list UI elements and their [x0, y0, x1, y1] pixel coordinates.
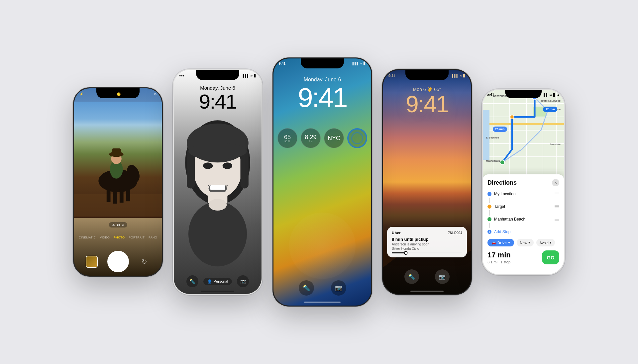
color-date: Monday, June 6: [273, 77, 371, 83]
drive-button[interactable]: 🚗 Drive ▾: [487, 239, 514, 246]
stop-dot-add: +: [487, 230, 491, 234]
sunset-time: 9:41: [383, 93, 471, 116]
signal-icon: ▌▌▌: [353, 62, 359, 65]
phone-sunset-lock: 9:41 ▌▌▌ ≋ ▊ Mon 6 ☀️ 65° 9:41 Uber 7NLR…: [382, 69, 472, 295]
stop-label-3: Manhattan Beach: [494, 217, 552, 222]
maps-signal-icon: ▌▌: [544, 93, 548, 97]
color-flashlight-icon[interactable]: 🔦: [299, 280, 314, 296]
phone-color-lock: 9:41 ▌▌▌ ≋ ▊ Monday, June 6 9:41 65 55 7…: [272, 57, 372, 307]
flip-camera-icon[interactable]: ↻: [139, 256, 151, 268]
color-widgets: 65 55 72 8:29 PM NYC: [273, 128, 371, 148]
mode-portrait[interactable]: PORTRAIT: [129, 236, 145, 239]
zoom-1x[interactable]: 1x: [117, 223, 120, 227]
maps-location-icon: ▲: [557, 93, 560, 97]
widget-loc-main: NYC: [328, 135, 340, 141]
bw-status-bar: ●●● ▌▌▌ ≋ ▊: [179, 74, 256, 77]
svg-rect-5: [126, 189, 130, 201]
color-camera-icon[interactable]: 📷: [331, 280, 346, 296]
wifi-icon: ≋: [250, 74, 253, 77]
phone-maps: 12 min 20 min WESTCHESTER Hawthorne El S…: [482, 89, 565, 275]
route-svg: [483, 90, 564, 176]
bw-home-indicator: [201, 291, 234, 292]
stop-dot-blue: [487, 192, 491, 196]
widget-temperature: 65 55 72: [277, 128, 297, 148]
svg-point-17: [203, 162, 213, 169]
bw-signal: ●●●: [179, 74, 184, 77]
directions-panel: Directions ✕ My Location Ta: [483, 174, 564, 274]
stop-add[interactable]: + Add Stop: [487, 228, 559, 235]
widget-ring: [347, 128, 367, 148]
avoid-button[interactable]: Avoid ▾: [536, 239, 555, 246]
drive-label: Drive: [497, 241, 507, 245]
uber-logo: Uber: [392, 231, 401, 235]
maps-clock: 9:41: [487, 93, 494, 97]
now-button[interactable]: Now ▾: [517, 239, 534, 246]
stop-item-1: My Location: [487, 190, 559, 203]
battery-icon-color: ▊: [364, 62, 366, 65]
sunset-status-bar: 9:41 ▌▌▌ ≋ ▊: [388, 74, 466, 78]
zoom-controls[interactable]: .5 1x 3: [109, 222, 127, 228]
bw-profile-selector[interactable]: 👤 Personal: [203, 278, 232, 285]
widget-ring-inner: [351, 132, 363, 144]
svg-rect-4: [120, 189, 124, 203]
go-button[interactable]: GO: [542, 250, 559, 264]
chevron-now-icon: ▾: [528, 240, 530, 245]
eta-detail: 3.1 mi · 1 stop: [487, 260, 511, 264]
uber-car-info: Silver Honda Civic: [392, 247, 462, 250]
stop-handle-3[interactable]: [555, 218, 559, 221]
bw-flashlight-icon[interactable]: 🔦: [186, 275, 198, 287]
widget-time-sub: PM: [309, 140, 313, 142]
sunset-battery-icon: ▊: [463, 74, 466, 78]
svg-point-18: [223, 162, 232, 169]
maps-status-icons: ▌▌ ≋ ▊ ▲: [544, 93, 560, 97]
mode-cinematic[interactable]: CINEMATIC: [79, 236, 96, 239]
svg-rect-2: [107, 189, 111, 202]
svg-rect-0: [74, 194, 162, 217]
map-area[interactable]: 12 min 20 min WESTCHESTER Hawthorne El S…: [483, 90, 564, 176]
wifi-icon-color: ≋: [360, 62, 363, 65]
eta-info: 17 min 3.1 mi · 1 stop: [487, 251, 511, 264]
thumbnail-preview[interactable]: [86, 256, 98, 268]
uber-header: Uber 7NLR004: [392, 231, 462, 235]
sunset-wifi-icon: ≋: [460, 74, 462, 78]
stop-handle-2[interactable]: [555, 205, 559, 208]
shutter-button[interactable]: [107, 251, 129, 272]
sunset-flashlight-icon[interactable]: 🔦: [404, 269, 419, 284]
color-screen: 9:41 ▌▌▌ ≋ ▊ Monday, June 6 9:41 65 55 7…: [273, 58, 371, 306]
chevron-down-icon: ▾: [508, 240, 510, 245]
directions-eta: 17 min 3.1 mi · 1 stop GO: [487, 250, 559, 264]
phone-camera: ⚡ 🙂 ⊙ SHARED LIBRARY: [73, 87, 163, 277]
maps-status-bar: 9:41 ▌▌ ≋ ▊ ▲: [487, 93, 560, 97]
mode-pano[interactable]: PANO: [149, 236, 157, 239]
camera-modes: CINEMATIC VIDEO PHOTO PORTRAIT PANO: [74, 236, 162, 239]
sunset-screen: 9:41 ▌▌▌ ≋ ▊ Mon 6 ☀️ 65° 9:41 Uber 7NLR…: [383, 70, 471, 294]
svg-rect-20: [210, 183, 226, 185]
route-bubble-1: 12 min: [543, 107, 557, 112]
widget-time-main: 8:29: [305, 134, 316, 140]
uber-notification: Uber 7NLR004 8 min until pickup Anderson…: [387, 227, 467, 257]
mode-video[interactable]: VIDEO: [100, 236, 110, 239]
mode-photo[interactable]: PHOTO: [114, 236, 125, 239]
zoom-3x[interactable]: 3: [122, 223, 124, 227]
stop-connector-2: [489, 210, 490, 216]
close-button[interactable]: ✕: [552, 179, 559, 186]
bw-camera-icon[interactable]: 📷: [237, 275, 249, 287]
horse-rider-svg: [74, 102, 162, 218]
svg-point-26: [500, 160, 505, 165]
bw-profile-icon: 👤: [207, 279, 212, 284]
stop-handle-1[interactable]: [555, 193, 559, 196]
color-time-area: Monday, June 6 9:41: [273, 77, 371, 111]
stop-manhattan-beach: Manhattan Beach: [487, 216, 559, 223]
sunset-time-area: Mon 6 ☀️ 65° 9:41: [383, 87, 471, 116]
signal-bars-icon: ▌▌▌: [243, 74, 249, 77]
camera-status-bar: ⚡ 🙂 ⊙: [79, 92, 157, 96]
maps-wifi-icon: ≋: [549, 93, 552, 97]
camera-flash-icon: ⚡: [79, 92, 83, 96]
sunset-camera-icon[interactable]: 📷: [435, 269, 450, 284]
uber-sub: Anderson is arriving soon: [392, 242, 462, 246]
zoom-05[interactable]: .5: [112, 223, 115, 227]
car-icon: 🚗: [491, 240, 496, 245]
color-status-icons: ▌▌▌ ≋ ▊: [353, 62, 366, 65]
battery-icon: ▊: [254, 74, 256, 77]
horse-photo: [74, 102, 162, 218]
